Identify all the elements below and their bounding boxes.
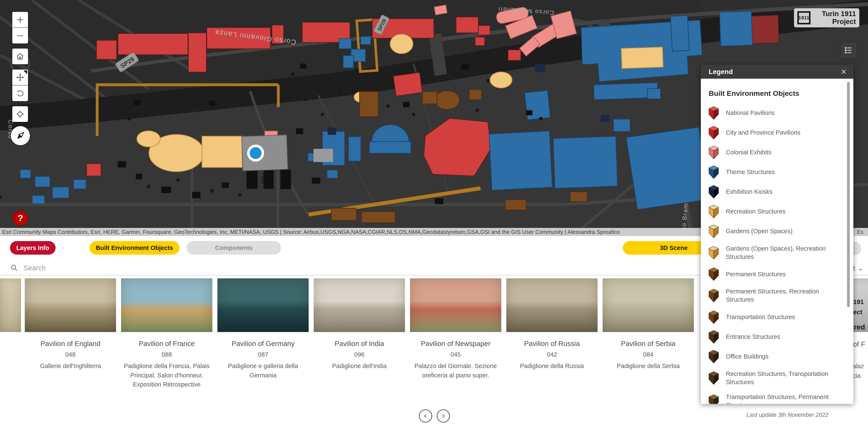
last-update-note: Last update 3th November 2022 [732,412,828,418]
legend-item-label: Theme Structures [726,168,840,176]
zoom-out-button[interactable] [12,28,28,43]
legend-item: Theme Structures [709,166,849,179]
pavilion-card-description: Padiglione della Francia, Palais Princip… [121,361,212,389]
pan-arrows-icon [16,73,25,82]
tabs-row: Layers Info Built Environment Objects Co… [10,241,281,255]
sort-dropdown-fragment[interactable]: t ⌄ [853,264,863,272]
pavilion-card[interactable]: Pavilion of England 048 Gallerie dell'In… [25,278,116,389]
selected-feature-marker[interactable] [247,144,264,162]
pavilion-card-description: Padiglione dell'India [314,361,405,371]
tab-button[interactable]: Layers Info [10,241,56,255]
close-icon[interactable]: × [840,67,848,77]
tab-button[interactable]: Built Environment Objects [90,241,180,255]
legend-item-label: Permanent Structures, Recreation Structu… [726,287,840,304]
legend-item: Transportation Structures, Permanent Str… [709,393,849,404]
legend-item: Colonial Exhibits [709,146,849,159]
legend-item-label: Colonial Exhibits [726,148,840,157]
next-page-button[interactable] [437,409,450,423]
pavilion-card-image[interactable] [314,278,405,332]
help-button[interactable]: ? [13,211,28,226]
legend-symbol-icon [709,126,719,139]
legend-item-label: Transportation Structures, Permanent Str… [726,393,840,404]
legend-symbol-icon [709,106,719,120]
search-icon [10,264,19,272]
carousel-pagination [419,409,450,423]
help-label: ? [18,213,23,223]
pavilion-card-code: 096 [314,351,405,358]
home-icon [16,52,25,61]
legend-item: Gardens (Open Spaces) [709,225,849,238]
legend-item-label: Entrance Structures [726,333,840,341]
pavilion-card-title: Pavilion of England [25,340,116,348]
pavilion-card[interactable]: Pavilion of India 096 Padiglione dell'In… [314,278,405,389]
pavilion-card-title: Pavilion of Newspaper [410,340,501,348]
legend-toggle-button[interactable] [841,42,856,58]
legend-items: National Pavilions City and Province Pav… [709,106,849,404]
app-logo-badge[interactable]: 1911 Turin 1911 Project [794,8,859,27]
pavilion-card-image[interactable] [506,278,597,332]
pavilion-card[interactable]: Pavilion of Russia 042 Padiglione della … [506,278,597,389]
pavilion-card-code: 088 [121,351,212,358]
card-image-caption-fragment: ect [853,308,862,316]
turin-1911-logo-icon: 1911 [797,11,810,24]
legend-symbol-icon [709,395,719,404]
pavilion-card-title: Pavilion of Serbia [602,340,694,348]
pan-mode-button[interactable] [12,70,28,85]
legend-item: Transportation Structures [709,310,849,324]
pavilion-card-image[interactable] [602,278,694,332]
plus-icon [16,15,25,24]
previous-page-button[interactable] [419,409,432,423]
rotate-mode-button[interactable] [12,86,28,101]
legend-symbol-icon [709,289,719,302]
tab-button[interactable]: Components [187,241,281,255]
pavilion-card-description: Padiglione della Serbia [602,361,694,371]
legend-item-label: Exhibition Kiosks [726,188,840,196]
legend-item-label: Gardens (Open Spaces) [726,227,840,235]
chevron-right-icon [441,413,446,419]
pavilion-card-title: Pavilion of India [314,340,405,348]
legend-item: Recreation Structures [709,205,849,218]
pavilion-card-code: 084 [602,351,694,358]
legend-symbol-icon [709,246,719,259]
legend-item-label: Recreation Structures [726,207,840,216]
pavilion-card-image[interactable] [217,278,309,332]
pavilion-card-image[interactable] [121,278,212,332]
map-attribution-fragment: Es [857,228,863,236]
legend-symbol-icon [709,205,719,218]
pavilion-card-description: Padiglione della Russia [506,361,597,371]
card-image-caption-fragment: red [854,323,865,331]
search-input[interactable] [23,264,554,272]
pavilion-card-code: 048 [25,351,116,358]
legend-item: Exhibition Kiosks [709,185,849,198]
pavilion-card-image[interactable] [25,278,116,332]
list-icon [844,46,853,55]
pavilion-card-title: Pavilion of France [121,340,212,348]
legend-item-label: Gardens (Open Spaces), Recreation Struct… [726,244,840,261]
home-extent-button[interactable] [12,48,28,64]
pavilion-card-description-fragment: cia [853,372,861,379]
pavilion-card[interactable]: Pavilion of France 088 Padiglione della … [121,278,212,389]
pavilion-card-image[interactable] [410,278,501,332]
legend-item-label: Transportation Structures [726,313,840,321]
chevron-left-icon [423,413,428,419]
legend-title: Legend [709,68,733,76]
pavilion-card-code: 087 [217,351,309,358]
pavilion-card[interactable]: Pavilion of Newspaper 045 Palazzo del Gi… [410,278,501,389]
legend-symbol-icon [709,330,719,343]
compass-button[interactable] [11,126,30,145]
card-partial-left[interactable] [0,278,21,332]
pavilion-card[interactable]: Pavilion of Germany 087 Padiglione e gal… [217,278,309,389]
legend-body[interactable]: Built Environment Objects National Pavil… [701,79,854,404]
legend-scrollbar[interactable] [847,82,850,307]
pavilion-card[interactable]: Pavilion of Serbia 084 Padiglione della … [602,278,694,389]
legend-header: Legend × [701,65,854,79]
pavilion-card-title: Pavilion of Russia [506,340,597,348]
pavilion-card-description-fragment: alaz [853,363,864,370]
pavilion-card-description: Palazzo del Giornale. Sezione oreficeria… [410,361,501,380]
zoom-in-button[interactable] [12,12,28,28]
pavilion-card-code: 042 [506,351,597,358]
rotate-icon [16,89,25,98]
legend-symbol-icon [709,225,719,238]
locate-button[interactable] [12,106,28,122]
legend-item-label: National Pavilions [726,109,840,117]
